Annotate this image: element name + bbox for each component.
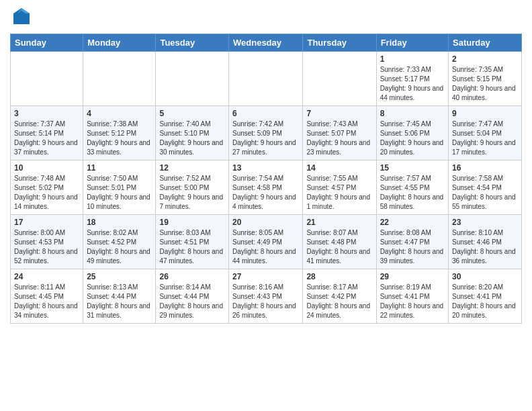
day-info: Sunrise: 8:16 AMSunset: 4:43 PMDaylight:… bbox=[232, 283, 299, 320]
calendar-cell: 29Sunrise: 8:19 AMSunset: 4:41 PMDayligh… bbox=[376, 269, 448, 324]
calendar-cell: 30Sunrise: 8:20 AMSunset: 4:41 PMDayligh… bbox=[449, 269, 522, 324]
day-info: Sunrise: 7:52 AMSunset: 5:00 PMDaylight:… bbox=[159, 174, 225, 212]
day-number: 16 bbox=[452, 163, 518, 173]
calendar-cell: 20Sunrise: 8:05 AMSunset: 4:49 PMDayligh… bbox=[229, 215, 303, 269]
day-number: 7 bbox=[306, 109, 372, 118]
day-info: Sunrise: 7:45 AMSunset: 5:06 PMDaylight:… bbox=[380, 120, 445, 157]
calendar-cell: 14Sunrise: 7:55 AMSunset: 4:57 PMDayligh… bbox=[303, 161, 376, 215]
day-info: Sunrise: 7:40 AMSunset: 5:10 PMDaylight:… bbox=[159, 120, 225, 157]
calendar-week-2: 3Sunrise: 7:37 AMSunset: 5:14 PMDaylight… bbox=[11, 106, 522, 161]
logo bbox=[10, 7, 31, 28]
day-info: Sunrise: 7:35 AMSunset: 5:15 PMDaylight:… bbox=[452, 65, 518, 103]
day-number: 11 bbox=[87, 163, 152, 173]
day-info: Sunrise: 7:57 AMSunset: 4:55 PMDaylight:… bbox=[380, 174, 445, 212]
day-info: Sunrise: 7:58 AMSunset: 4:54 PMDaylight:… bbox=[452, 174, 518, 212]
weekday-header-thursday: Thursday bbox=[303, 34, 376, 52]
day-number: 10 bbox=[14, 163, 79, 173]
calendar-cell: 23Sunrise: 8:10 AMSunset: 4:46 PMDayligh… bbox=[449, 215, 522, 269]
day-number: 29 bbox=[380, 272, 445, 281]
weekday-header-saturday: Saturday bbox=[449, 34, 522, 52]
day-number: 4 bbox=[87, 109, 152, 118]
day-info: Sunrise: 7:48 AMSunset: 5:02 PMDaylight:… bbox=[14, 174, 79, 212]
day-number: 12 bbox=[159, 163, 225, 173]
calendar-week-5: 24Sunrise: 8:11 AMSunset: 4:45 PMDayligh… bbox=[11, 269, 522, 324]
logo-text bbox=[10, 7, 31, 28]
calendar-cell: 5Sunrise: 7:40 AMSunset: 5:10 PMDaylight… bbox=[156, 106, 229, 161]
calendar-cell: 19Sunrise: 8:03 AMSunset: 4:51 PMDayligh… bbox=[156, 215, 229, 269]
day-number: 9 bbox=[452, 109, 518, 118]
day-number: 6 bbox=[232, 109, 299, 118]
day-number: 19 bbox=[159, 218, 225, 227]
day-info: Sunrise: 8:19 AMSunset: 4:41 PMDaylight:… bbox=[380, 283, 445, 320]
calendar-cell bbox=[11, 52, 83, 106]
day-info: Sunrise: 8:13 AMSunset: 4:44 PMDaylight:… bbox=[87, 283, 152, 320]
calendar-cell: 7Sunrise: 7:43 AMSunset: 5:07 PMDaylight… bbox=[303, 106, 376, 161]
weekday-header-tuesday: Tuesday bbox=[156, 34, 229, 52]
day-number: 1 bbox=[380, 54, 445, 64]
calendar-cell: 11Sunrise: 7:50 AMSunset: 5:01 PMDayligh… bbox=[83, 161, 156, 215]
day-info: Sunrise: 7:50 AMSunset: 5:01 PMDaylight:… bbox=[87, 174, 152, 212]
day-info: Sunrise: 8:05 AMSunset: 4:49 PMDaylight:… bbox=[232, 228, 299, 266]
calendar-week-1: 1Sunrise: 7:33 AMSunset: 5:17 PMDaylight… bbox=[11, 52, 522, 106]
calendar-cell: 28Sunrise: 8:17 AMSunset: 4:42 PMDayligh… bbox=[303, 269, 376, 324]
day-number: 24 bbox=[14, 272, 79, 281]
day-info: Sunrise: 7:47 AMSunset: 5:04 PMDaylight:… bbox=[452, 120, 518, 157]
calendar-cell: 8Sunrise: 7:45 AMSunset: 5:06 PMDaylight… bbox=[376, 106, 448, 161]
weekday-header-monday: Monday bbox=[83, 34, 156, 52]
day-number: 15 bbox=[380, 163, 445, 173]
day-info: Sunrise: 7:33 AMSunset: 5:17 PMDaylight:… bbox=[380, 65, 445, 103]
day-number: 25 bbox=[87, 272, 152, 281]
day-number: 26 bbox=[159, 272, 225, 281]
calendar-cell bbox=[156, 52, 229, 106]
calendar-cell: 25Sunrise: 8:13 AMSunset: 4:44 PMDayligh… bbox=[83, 269, 156, 324]
day-number: 14 bbox=[306, 163, 372, 173]
calendar-week-3: 10Sunrise: 7:48 AMSunset: 5:02 PMDayligh… bbox=[11, 161, 522, 215]
day-number: 22 bbox=[380, 218, 445, 227]
day-info: Sunrise: 8:08 AMSunset: 4:47 PMDaylight:… bbox=[380, 228, 445, 266]
calendar-cell bbox=[229, 52, 303, 106]
day-number: 21 bbox=[306, 218, 372, 227]
day-number: 30 bbox=[452, 272, 518, 281]
calendar-cell: 1Sunrise: 7:33 AMSunset: 5:17 PMDaylight… bbox=[376, 52, 448, 106]
day-info: Sunrise: 8:17 AMSunset: 4:42 PMDaylight:… bbox=[306, 283, 372, 320]
calendar-week-4: 17Sunrise: 8:00 AMSunset: 4:53 PMDayligh… bbox=[11, 215, 522, 269]
calendar-cell: 16Sunrise: 7:58 AMSunset: 4:54 PMDayligh… bbox=[449, 161, 522, 215]
day-info: Sunrise: 8:03 AMSunset: 4:51 PMDaylight:… bbox=[159, 228, 225, 266]
calendar-cell: 2Sunrise: 7:35 AMSunset: 5:15 PMDaylight… bbox=[449, 52, 522, 106]
day-info: Sunrise: 8:14 AMSunset: 4:44 PMDaylight:… bbox=[159, 283, 225, 320]
calendar-cell: 10Sunrise: 7:48 AMSunset: 5:02 PMDayligh… bbox=[11, 161, 83, 215]
calendar-table: SundayMondayTuesdayWednesdayThursdayFrid… bbox=[10, 34, 522, 324]
calendar-cell: 4Sunrise: 7:38 AMSunset: 5:12 PMDaylight… bbox=[83, 106, 156, 161]
calendar-cell bbox=[303, 52, 376, 106]
calendar-cell: 17Sunrise: 8:00 AMSunset: 4:53 PMDayligh… bbox=[11, 215, 83, 269]
weekday-header-friday: Friday bbox=[376, 34, 448, 52]
day-info: Sunrise: 7:38 AMSunset: 5:12 PMDaylight:… bbox=[87, 120, 152, 157]
day-number: 23 bbox=[452, 218, 518, 227]
calendar-cell: 12Sunrise: 7:52 AMSunset: 5:00 PMDayligh… bbox=[156, 161, 229, 215]
day-info: Sunrise: 8:00 AMSunset: 4:53 PMDaylight:… bbox=[14, 228, 79, 266]
day-info: Sunrise: 8:20 AMSunset: 4:41 PMDaylight:… bbox=[452, 283, 518, 320]
calendar-cell: 3Sunrise: 7:37 AMSunset: 5:14 PMDaylight… bbox=[11, 106, 83, 161]
page-container: SundayMondayTuesdayWednesdayThursdayFrid… bbox=[0, 0, 532, 330]
day-info: Sunrise: 7:54 AMSunset: 4:58 PMDaylight:… bbox=[232, 174, 299, 212]
calendar-cell: 9Sunrise: 7:47 AMSunset: 5:04 PMDaylight… bbox=[449, 106, 522, 161]
day-number: 17 bbox=[14, 218, 79, 227]
header-row bbox=[10, 7, 522, 28]
day-number: 2 bbox=[452, 54, 518, 64]
calendar-cell: 13Sunrise: 7:54 AMSunset: 4:58 PMDayligh… bbox=[229, 161, 303, 215]
calendar-cell bbox=[83, 52, 156, 106]
day-number: 18 bbox=[87, 218, 152, 227]
day-info: Sunrise: 7:55 AMSunset: 4:57 PMDaylight:… bbox=[306, 174, 372, 212]
day-number: 28 bbox=[306, 272, 372, 281]
calendar-cell: 21Sunrise: 8:07 AMSunset: 4:48 PMDayligh… bbox=[303, 215, 376, 269]
calendar-cell: 6Sunrise: 7:42 AMSunset: 5:09 PMDaylight… bbox=[229, 106, 303, 161]
day-info: Sunrise: 7:42 AMSunset: 5:09 PMDaylight:… bbox=[232, 120, 299, 157]
day-number: 8 bbox=[380, 109, 445, 118]
day-number: 27 bbox=[232, 272, 299, 281]
weekday-header-wednesday: Wednesday bbox=[229, 34, 303, 52]
day-info: Sunrise: 7:43 AMSunset: 5:07 PMDaylight:… bbox=[306, 120, 372, 157]
day-number: 20 bbox=[232, 218, 299, 227]
day-info: Sunrise: 8:11 AMSunset: 4:45 PMDaylight:… bbox=[14, 283, 79, 320]
weekday-header-row: SundayMondayTuesdayWednesdayThursdayFrid… bbox=[11, 34, 522, 52]
calendar-cell: 24Sunrise: 8:11 AMSunset: 4:45 PMDayligh… bbox=[11, 269, 83, 324]
